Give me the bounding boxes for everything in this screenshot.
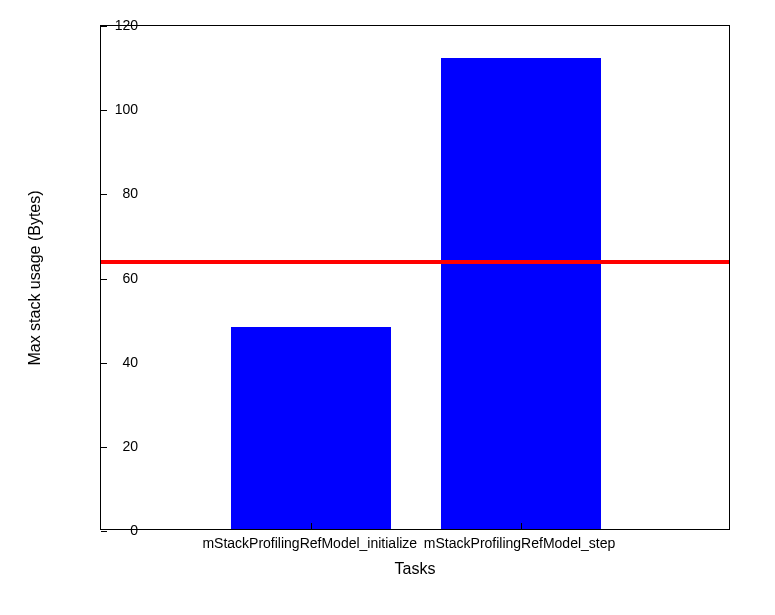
y-tick-mark — [101, 363, 107, 364]
bar — [441, 58, 601, 529]
y-axis-label: Max stack usage (Bytes) — [26, 190, 44, 365]
y-tick-label: 0 — [130, 522, 138, 538]
x-tick-label: mStackProfilingRefModel_initialize — [202, 535, 417, 551]
x-axis-label: Tasks — [395, 560, 436, 578]
y-tick-mark — [101, 194, 107, 195]
y-tick-mark — [101, 531, 107, 532]
x-tick-mark — [521, 523, 522, 529]
chart-container: 020406080100120 mStackProfilingRefModel_… — [0, 0, 775, 615]
y-tick-mark — [101, 110, 107, 111]
y-tick-mark — [101, 447, 107, 448]
plot-area — [100, 25, 730, 530]
y-tick-label: 60 — [122, 270, 138, 286]
y-tick-label: 40 — [122, 354, 138, 370]
y-tick-label: 20 — [122, 438, 138, 454]
y-tick-label: 120 — [115, 17, 138, 33]
y-tick-mark — [101, 26, 107, 27]
y-tick-mark — [101, 279, 107, 280]
y-tick-label: 80 — [122, 185, 138, 201]
x-tick-label: mStackProfilingRefModel_step — [424, 535, 615, 551]
y-tick-label: 100 — [115, 101, 138, 117]
bar — [231, 327, 391, 529]
x-tick-mark — [311, 523, 312, 529]
reference-line — [101, 260, 729, 264]
